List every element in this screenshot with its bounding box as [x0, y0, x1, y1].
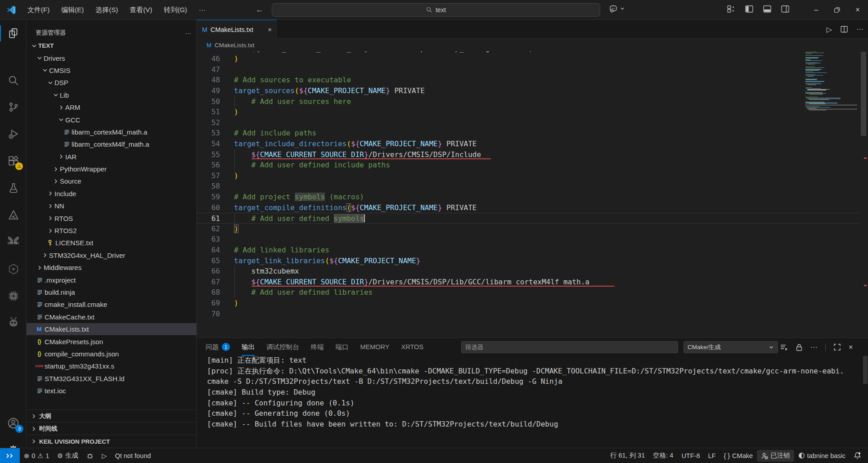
code-line-70[interactable]: 70 — [197, 309, 860, 319]
problems-status[interactable]: ⊗ 0 ⚠ 1 — [20, 450, 53, 462]
tabnine-status[interactable]: tabnine basic — [794, 450, 850, 462]
activity-test-explorer[interactable] — [0, 204, 27, 226]
code-line-63[interactable]: 63 — [197, 234, 860, 245]
tree-item-middlewares[interactable]: Middlewares — [27, 261, 197, 274]
code-line-64[interactable]: 64# Add linked libraries — [197, 245, 860, 256]
code-line-60[interactable]: 60target_compile_definitions(${CMAKE_PRO… — [197, 202, 860, 213]
code-line-69[interactable]: 69) — [197, 298, 860, 309]
menu-item[interactable]: 文件(F) — [22, 3, 55, 17]
minimize-button[interactable]: – — [806, 0, 827, 20]
editor-scrollbar[interactable] — [861, 52, 866, 136]
encoding-status[interactable]: UTF-8 — [677, 450, 704, 462]
menu-overflow[interactable]: ··· — [193, 3, 211, 17]
editor-more-icon[interactable]: ··· — [856, 25, 864, 33]
code-line-54[interactable]: 54target_include_directories(${CMAKE_PRO… — [197, 139, 860, 149]
toggle-secondary-sidebar-icon[interactable] — [781, 4, 790, 13]
code-line-47[interactable]: 47 — [197, 64, 860, 75]
tree-item-compile-commands-json[interactable]: {}compile_commands.json — [27, 348, 197, 360]
code-line-59[interactable]: 59# Add project symbols (macros) — [197, 192, 860, 202]
tree-item-text[interactable]: TEXT — [27, 40, 197, 52]
lock-icon[interactable] — [796, 343, 803, 351]
code-line-55[interactable]: 55 ${CMAKE_CURRENT_SOURCE_DIR}/Drivers/C… — [197, 149, 860, 160]
tree-item-stm32g431xx-flash-ld[interactable]: STM32G431XX_FLASH.ld — [27, 373, 197, 385]
restore-button[interactable] — [827, 0, 847, 20]
indentation-status[interactable]: 空格: 4 — [649, 450, 677, 462]
panel-tab-端口[interactable]: 端口 — [336, 338, 349, 356]
tree-item-drivers[interactable]: Drivers — [27, 52, 197, 64]
tree-item-cmake-install-cmake[interactable]: cmake_install.cmake — [27, 298, 197, 310]
back-arrow-icon[interactable]: ← — [256, 5, 264, 14]
menu-item[interactable]: 编辑(E) — [55, 3, 90, 17]
code-line-56[interactable]: 56 # Add user defined include paths — [197, 160, 860, 171]
breadcrumb[interactable]: M CMakeLists.txt — [197, 39, 868, 51]
tree-item-nn[interactable]: NN — [27, 200, 197, 212]
tree-item-pythonwrapper[interactable]: PythonWrapper — [27, 163, 197, 175]
output-channel-select[interactable]: CMake/生成 — [684, 341, 778, 353]
signout-status[interactable]: 已注销 — [757, 450, 794, 462]
activity-extensions[interactable]: ⚠ — [0, 150, 27, 172]
menu-item[interactable]: 转到(G) — [158, 3, 193, 17]
tree-item-libarm-cortexm4lf-math-a[interactable]: libarm_cortexM4lf_math.a — [27, 138, 197, 150]
activity-search[interactable] — [0, 70, 27, 91]
section-outline[interactable]: 大纲 — [27, 409, 197, 422]
cmake-build-button[interactable]: ⚙ 生成 — [53, 450, 82, 462]
minimap[interactable] — [805, 51, 857, 303]
panel-tab-xrtos[interactable]: XRTOS — [401, 338, 423, 356]
toggle-primary-sidebar-icon[interactable] — [745, 4, 754, 13]
cursor-position[interactable]: 行 61, 列 31 — [606, 450, 649, 462]
tree-item-iar[interactable]: IAR — [27, 151, 197, 163]
tree-item-cmsis[interactable]: CMSIS — [27, 64, 197, 76]
maximize-panel-icon[interactable] — [833, 343, 841, 351]
code-line-53[interactable]: 53# Add include paths — [197, 128, 860, 139]
run-file-icon[interactable]: ▷ — [827, 25, 832, 34]
tree-item-dsp[interactable]: DSP — [27, 76, 197, 89]
tree-item-source[interactable]: Source — [27, 175, 197, 187]
tree-item-rtos2[interactable]: RTOS2 — [27, 225, 197, 237]
activity-stm32[interactable] — [0, 229, 27, 251]
code-line-61[interactable]: 61 # Add user defined symbols — [197, 213, 860, 224]
tree-item-gcc[interactable]: GCC — [27, 113, 197, 126]
cmake-launch-button[interactable]: ▷ — [98, 450, 111, 462]
tree-item-text-ioc[interactable]: text.ioc — [27, 385, 197, 397]
language-mode[interactable]: { } CMake — [720, 450, 757, 462]
activity-explorer[interactable] — [0, 22, 27, 44]
activity-mcu-chip[interactable] — [0, 285, 27, 307]
code-line-67[interactable]: 67 ${CMAKE_CURRENT_SOURCE_DIR}/Drivers/C… — [197, 277, 860, 288]
tree-item--mxproject[interactable]: .mxproject — [27, 274, 197, 286]
code-editor[interactable]: 45 ${CMAKE_CURRENT_SOURCE_DIR}/Core/Star… — [197, 51, 868, 337]
code-line-46[interactable]: 46) — [197, 54, 860, 64]
panel-tab-输出[interactable]: 输出 — [242, 338, 255, 356]
clear-output-icon[interactable] — [780, 343, 788, 351]
close-window-button[interactable]: × — [847, 0, 868, 20]
tree-item-include[interactable]: Include — [27, 188, 197, 200]
menu-item[interactable]: 查看(V) — [124, 3, 158, 17]
activity-source-control[interactable] — [0, 96, 27, 118]
sidebar-more-icon[interactable]: ··· — [185, 30, 192, 36]
tree-item-rtos[interactable]: RTOS — [27, 212, 197, 224]
close-panel-icon[interactable]: × — [849, 343, 853, 351]
tree-item-license-txt[interactable]: LICENSE.txt — [27, 237, 197, 249]
tab-close-icon[interactable]: × — [268, 26, 272, 33]
remote-indicator[interactable] — [0, 448, 20, 463]
panel-tab-调试控制台[interactable]: 调试控制台 — [266, 338, 299, 356]
tree-item-build-ninja[interactable]: build.ninja — [27, 286, 197, 298]
qt-status[interactable]: Qt not found — [111, 450, 155, 462]
panel-tab-问题[interactable]: 问题1 — [206, 338, 230, 356]
tree-item-cmakelists-txt[interactable]: MCMakeLists.txt — [27, 323, 197, 335]
tree-item-cmakecache-txt[interactable]: CMakeCache.txt — [27, 311, 197, 323]
activity-tabnine-ant[interactable] — [0, 311, 27, 333]
activity-hexagon-tool[interactable] — [0, 258, 27, 280]
notifications-bell[interactable] — [850, 450, 865, 462]
eol-status[interactable]: LF — [704, 450, 720, 462]
code-line-50[interactable]: 50 # Add user sources here — [197, 96, 860, 107]
tree-item-arm[interactable]: ARM — [27, 101, 197, 113]
toggle-panel-icon[interactable] — [763, 4, 772, 13]
split-editor-icon[interactable] — [840, 25, 848, 33]
section-timeline[interactable]: 时间线 — [27, 422, 197, 435]
activity-run-debug[interactable] — [0, 123, 27, 145]
code-line-48[interactable]: 48# Add sources to executable — [197, 75, 860, 85]
menu-item[interactable]: 选择(S) — [90, 3, 124, 17]
panel-tab-终端[interactable]: 终端 — [311, 338, 324, 356]
tree-item-startup-stm32g431xx-s[interactable]: ASMstartup_stm32g431xx.s — [27, 360, 197, 372]
code-line-51[interactable]: 51) — [197, 107, 860, 117]
